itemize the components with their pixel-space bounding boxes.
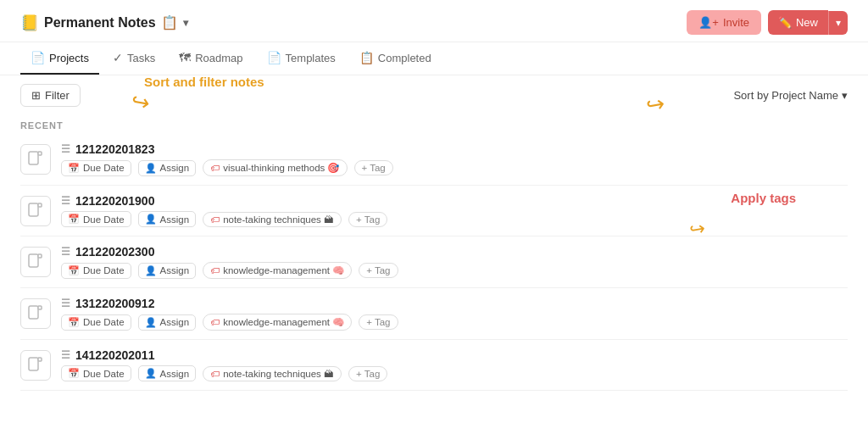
sort-chevron-icon: ▾ xyxy=(842,89,848,102)
assign-chip[interactable]: 👤 Assign xyxy=(138,365,197,381)
project-details: ☰ 121220201823 📅 Due Date 👤 Assign 🏷 vis… xyxy=(61,142,848,176)
add-tag-chip[interactable]: + Tag xyxy=(348,366,387,381)
assign-label: Assign xyxy=(160,369,190,379)
project-meta: 📅 Due Date 👤 Assign 🏷 visual-thinking me… xyxy=(61,159,848,176)
project-name: ☰ 121220202300 xyxy=(61,245,848,259)
tag-chip[interactable]: 🏷 note-taking techniques 🏔 xyxy=(203,366,342,381)
due-date-chip[interactable]: 📅 Due Date xyxy=(61,263,131,279)
calendar-icon: 📅 xyxy=(68,214,80,225)
tab-completed[interactable]: 📋 Completed xyxy=(349,42,442,75)
project-details: ☰ 121220202300 📅 Due Date 👤 Assign 🏷 kno… xyxy=(61,245,848,279)
workspace-name: Permanent Notes xyxy=(44,15,156,31)
due-date-label: Due Date xyxy=(83,317,125,327)
project-name-icon: ☰ xyxy=(61,143,70,155)
header-left: 📒 Permanent Notes 📋 ▾ xyxy=(20,14,188,32)
tag-chip[interactable]: 🏷 visual-thinking methods 🎯 xyxy=(203,159,347,176)
svg-rect-5 xyxy=(38,254,42,258)
header: 📒 Permanent Notes 📋 ▾ 👤+ Invite ✏️ New ▾ xyxy=(0,0,868,42)
calendar-icon: 📅 xyxy=(68,163,80,174)
sort-label: Sort by Project Name xyxy=(733,89,838,102)
tag-icon: 🏷 xyxy=(210,163,220,173)
project-details: ☰ 121220201900 📅 Due Date 👤 Assign 🏷 not… xyxy=(61,194,848,227)
tag-icon: 🏷 xyxy=(210,214,220,225)
toolbar: ⊞ Filter Sort by Project Name ▾ xyxy=(0,75,868,115)
assign-chip[interactable]: 👤 Assign xyxy=(138,211,197,227)
assign-icon: 👤 xyxy=(145,163,157,174)
add-tag-chip[interactable]: + Tag xyxy=(348,212,387,227)
tag-chip[interactable]: 🏷 note-taking techniques 🏔 xyxy=(203,212,342,227)
project-details: ☰ 141220202011 📅 Due Date 👤 Assign 🏷 not… xyxy=(61,348,848,381)
filter-label: Filter xyxy=(45,89,70,102)
assign-icon: 👤 xyxy=(145,214,157,225)
svg-rect-7 xyxy=(38,306,42,309)
assign-chip[interactable]: 👤 Assign xyxy=(138,263,197,279)
tag-icon: 🏷 xyxy=(210,369,220,379)
list-item: ☰ 121220201900 📅 Due Date 👤 Assign 🏷 not… xyxy=(20,186,848,236)
project-details: ☰ 131220200912 📅 Due Date 👤 Assign 🏷 kno… xyxy=(61,297,848,331)
list-item: ☰ 121220202300 📅 Due Date 👤 Assign 🏷 kno… xyxy=(20,236,848,288)
tag-text: knowledge-management 🧠 xyxy=(223,264,344,276)
project-file-icon xyxy=(20,350,51,381)
chevron-down-icon[interactable]: ▾ xyxy=(183,17,188,29)
invite-button[interactable]: 👤+ Invite xyxy=(687,10,761,35)
tag-icon: 🏷 xyxy=(210,317,220,327)
add-tag-chip[interactable]: + Tag xyxy=(359,263,398,278)
svg-rect-1 xyxy=(38,152,42,155)
project-name-text: 141220202011 xyxy=(75,348,154,362)
tab-projects[interactable]: 📄 Projects xyxy=(20,42,99,75)
assign-chip[interactable]: 👤 Assign xyxy=(138,160,197,176)
project-name-text: 131220200912 xyxy=(75,297,154,310)
sort-button[interactable]: Sort by Project Name ▾ xyxy=(733,89,848,102)
invite-label: Invite xyxy=(723,16,749,29)
svg-rect-3 xyxy=(38,203,42,207)
tab-roadmap-label: Roadmap xyxy=(195,52,242,64)
project-file-icon xyxy=(20,247,51,277)
project-meta: 📅 Due Date 👤 Assign 🏷 note-taking techni… xyxy=(61,365,848,381)
project-name-icon: ☰ xyxy=(61,349,70,361)
calendar-icon: 📅 xyxy=(68,265,80,276)
svg-rect-0 xyxy=(29,152,38,164)
roadmap-icon: 🗺 xyxy=(179,51,191,64)
tab-projects-label: Projects xyxy=(49,52,89,64)
due-date-chip[interactable]: 📅 Due Date xyxy=(61,211,131,227)
tag-chip[interactable]: 🏷 knowledge-management 🧠 xyxy=(203,262,352,279)
new-caret-button[interactable]: ▾ xyxy=(828,11,848,35)
tag-text: visual-thinking methods 🎯 xyxy=(223,162,339,174)
tag-icon: 🏷 xyxy=(210,265,220,275)
due-date-chip[interactable]: 📅 Due Date xyxy=(61,365,131,381)
svg-rect-8 xyxy=(29,358,38,370)
assign-icon: 👤 xyxy=(145,317,157,328)
list-item: ☰ 141220202011 📅 Due Date 👤 Assign 🏷 not… xyxy=(20,340,848,391)
projects-icon: 📄 xyxy=(31,51,45,64)
workspace-emoji: 📋 xyxy=(161,14,178,31)
tag-text: knowledge-management 🧠 xyxy=(223,316,344,328)
tab-tasks-label: Tasks xyxy=(127,52,155,64)
add-tag-label: + Tag xyxy=(366,317,390,327)
project-name: ☰ 131220200912 xyxy=(61,297,848,310)
tag-chip[interactable]: 🏷 knowledge-management 🧠 xyxy=(203,314,352,331)
due-date-label: Due Date xyxy=(83,163,125,173)
add-tag-label: + Tag xyxy=(362,163,386,173)
new-main-button[interactable]: ✏️ New xyxy=(768,10,828,35)
project-name: ☰ 121220201823 xyxy=(61,142,848,156)
workspace-icon: 📒 xyxy=(20,14,39,32)
project-name-text: 121220201900 xyxy=(75,194,154,208)
list-item: ☰ 121220201823 📅 Due Date 👤 Assign 🏷 vis… xyxy=(20,134,848,186)
assign-chip[interactable]: 👤 Assign xyxy=(138,314,197,331)
filter-icon: ⊞ xyxy=(31,89,41,102)
tab-templates[interactable]: 📄 Templates xyxy=(257,42,346,75)
assign-label: Assign xyxy=(160,265,190,275)
due-date-chip[interactable]: 📅 Due Date xyxy=(61,314,131,331)
tab-templates-label: Templates xyxy=(286,52,336,64)
add-tag-chip[interactable]: + Tag xyxy=(359,314,398,330)
due-date-label: Due Date xyxy=(83,265,125,275)
new-button-group: ✏️ New ▾ xyxy=(768,10,848,35)
add-tag-label: + Tag xyxy=(366,265,390,275)
add-tag-chip[interactable]: + Tag xyxy=(354,160,393,175)
due-date-chip[interactable]: 📅 Due Date xyxy=(61,160,131,176)
tab-completed-label: Completed xyxy=(378,52,431,64)
tab-roadmap[interactable]: 🗺 Roadmap xyxy=(169,42,253,75)
project-list: ☰ 121220201823 📅 Due Date 👤 Assign 🏷 vis… xyxy=(20,134,848,391)
tab-tasks[interactable]: ✓ Tasks xyxy=(103,42,165,75)
filter-button[interactable]: ⊞ Filter xyxy=(20,84,81,107)
